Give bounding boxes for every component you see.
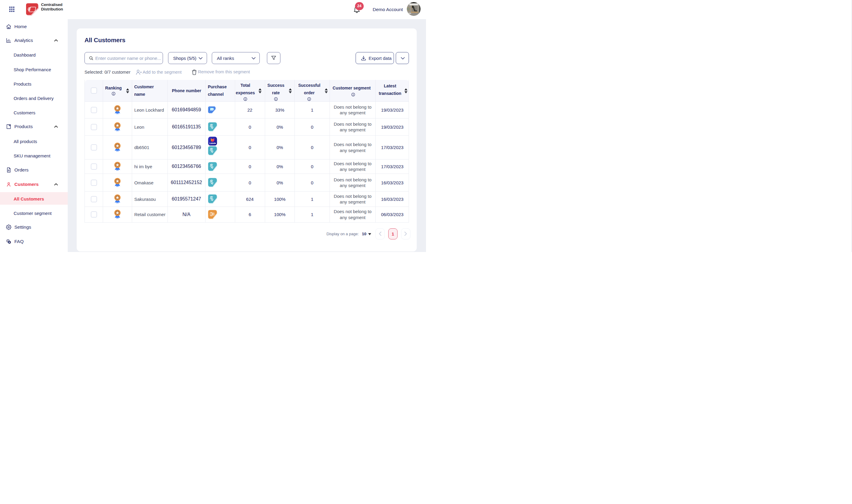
svg-text:Lazada: Lazada	[209, 142, 216, 144]
svg-text:A: A	[9, 241, 10, 243]
